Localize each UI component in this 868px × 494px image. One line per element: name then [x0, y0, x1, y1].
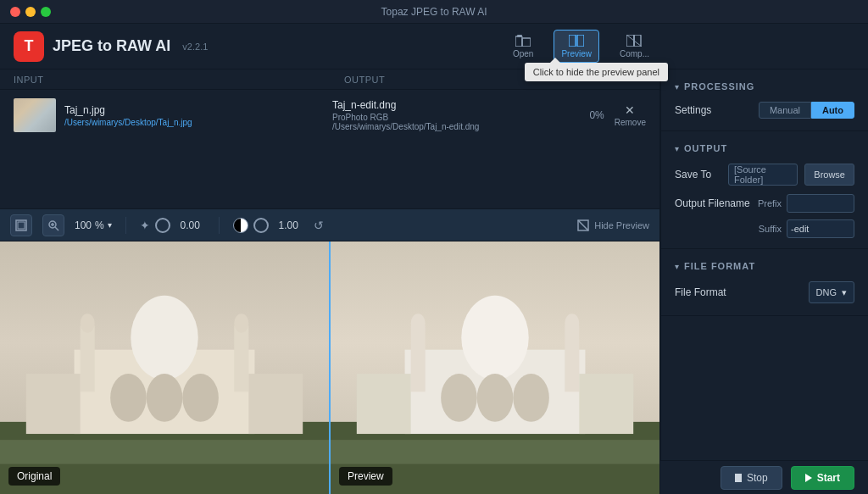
logo-area: T JPEG to RAW AI v2.2.1	[14, 31, 208, 62]
save-to-input[interactable]: [Source Folder]	[728, 164, 798, 186]
compare-icon	[626, 34, 643, 47]
zoom-percent: %	[95, 219, 104, 231]
svg-point-38	[565, 314, 579, 333]
auto-toggle[interactable]: Auto	[811, 102, 854, 119]
compare-button[interactable]: Comp...	[613, 31, 656, 62]
preview-pane: Preview	[329, 241, 659, 494]
right-panel: ▾ PROCESSING Settings Manual Auto ▾ OUTP…	[660, 69, 868, 494]
contrast-value: 1.00	[274, 219, 303, 231]
svg-point-25	[110, 374, 147, 422]
progress-area: 0%	[589, 109, 604, 121]
topbar-actions: Open Preview Comp...	[506, 30, 656, 63]
suffix-input[interactable]: -edit	[787, 219, 854, 238]
source-folder-text: [Source Folder]	[734, 164, 792, 185]
save-to-label: Save To	[675, 169, 721, 180]
hide-preview-button[interactable]: Hide Preview	[577, 219, 649, 231]
format-value: DNG	[816, 287, 837, 297]
stop-label: Stop	[747, 472, 768, 484]
output-header[interactable]: ▾ OUTPUT	[661, 138, 868, 158]
brightness-knob[interactable]	[155, 218, 170, 233]
preview-label: Preview	[561, 49, 592, 58]
remove-icon: ✕	[625, 103, 635, 117]
svg-rect-42	[357, 374, 411, 434]
svg-point-20	[131, 296, 198, 380]
maximize-button[interactable]	[41, 7, 51, 17]
filename-row: Output Filename Prefix	[661, 191, 868, 216]
divider-1	[125, 217, 126, 234]
settings-label: Settings	[675, 104, 711, 116]
close-button[interactable]	[10, 7, 20, 17]
thumbnail-image	[14, 98, 56, 132]
processing-title: PROCESSING	[684, 81, 754, 92]
svg-point-27	[182, 374, 219, 422]
svg-line-13	[55, 227, 58, 230]
remove-button[interactable]: ✕ Remove	[615, 103, 646, 127]
svg-rect-3	[569, 35, 576, 47]
minimize-button[interactable]	[25, 7, 36, 17]
start-label: Start	[817, 472, 840, 484]
processing-section: ▾ PROCESSING Settings Manual Auto	[661, 69, 868, 131]
preview-area: Original	[0, 241, 659, 494]
file-format-chevron-icon: ▾	[675, 262, 679, 271]
browse-button[interactable]: Browse	[804, 164, 854, 186]
prefix-label: Prefix	[758, 198, 782, 208]
preview-button[interactable]: Preview	[554, 30, 599, 63]
save-to-row: Save To [Source Folder] Browse	[661, 158, 868, 191]
file-thumbnail	[14, 98, 56, 132]
reset-button[interactable]: ↺	[314, 219, 324, 232]
manual-toggle[interactable]: Manual	[759, 102, 811, 119]
contrast-control: 1.00	[233, 218, 303, 233]
contrast-knob[interactable]	[253, 218, 269, 233]
svg-rect-0	[515, 36, 522, 47]
svg-rect-9	[18, 222, 25, 229]
svg-rect-21	[81, 325, 95, 391]
window-controls[interactable]	[10, 7, 51, 17]
format-select[interactable]: DNG ▾	[809, 281, 854, 303]
preview-image	[331, 241, 659, 494]
divider-2	[219, 217, 220, 234]
file-name: Taj_n.jpg	[64, 104, 319, 116]
tooltip: Click to hide the preview panel	[525, 63, 668, 81]
output-title: OUTPUT	[684, 143, 727, 153]
titlebar: Topaz JPEG to RAW AI	[0, 0, 868, 24]
svg-rect-23	[234, 325, 248, 391]
svg-marker-45	[805, 474, 812, 482]
stop-button[interactable]: Stop	[721, 466, 782, 490]
bottom-bar: Stop Start	[660, 460, 868, 494]
file-format-header[interactable]: ▾ FILE FORMAT	[661, 256, 868, 276]
svg-point-40	[477, 374, 514, 422]
window-title: Topaz JPEG to RAW AI	[381, 6, 487, 18]
open-icon	[515, 34, 531, 47]
svg-rect-28	[26, 374, 81, 434]
open-button[interactable]: Open	[506, 31, 540, 62]
contrast-icon	[233, 218, 248, 233]
svg-point-24	[234, 314, 248, 333]
zoom-value: 100	[75, 219, 92, 231]
brightness-icon: ✦	[140, 219, 150, 232]
settings-row: Settings Manual Auto	[661, 97, 868, 124]
file-format-label: File Format	[675, 286, 726, 298]
svg-rect-18	[0, 440, 329, 463]
svg-rect-32	[331, 440, 659, 463]
topbar: T JPEG to RAW AI v2.2.1 Open Preview	[0, 24, 868, 69]
svg-line-15	[578, 220, 588, 230]
svg-rect-44	[735, 474, 742, 482]
brightness-value: 0.00	[175, 219, 205, 231]
zoom-in-button[interactable]	[42, 214, 64, 236]
suffix-label: Suffix	[759, 224, 782, 234]
prefix-area: Prefix	[758, 194, 854, 213]
start-button[interactable]: Start	[791, 466, 854, 490]
zoom-control[interactable]: 100 % ▾	[75, 219, 112, 231]
tooltip-container: Click to hide the preview panel	[525, 63, 668, 81]
svg-rect-1	[517, 35, 522, 37]
prefix-input[interactable]	[787, 194, 854, 213]
svg-point-22	[81, 314, 95, 333]
processing-chevron-icon: ▾	[675, 82, 679, 92]
progress-text: 0%	[589, 109, 604, 121]
left-content: INPUT OUTPUT Taj_n.jpg /Users/wimarys/De…	[0, 69, 660, 494]
svg-point-26	[147, 374, 183, 422]
zoom-chevron-icon: ▾	[108, 220, 112, 230]
svg-rect-43	[579, 374, 633, 434]
fit-to-window-button[interactable]	[10, 214, 32, 236]
processing-header[interactable]: ▾ PROCESSING	[661, 76, 868, 97]
